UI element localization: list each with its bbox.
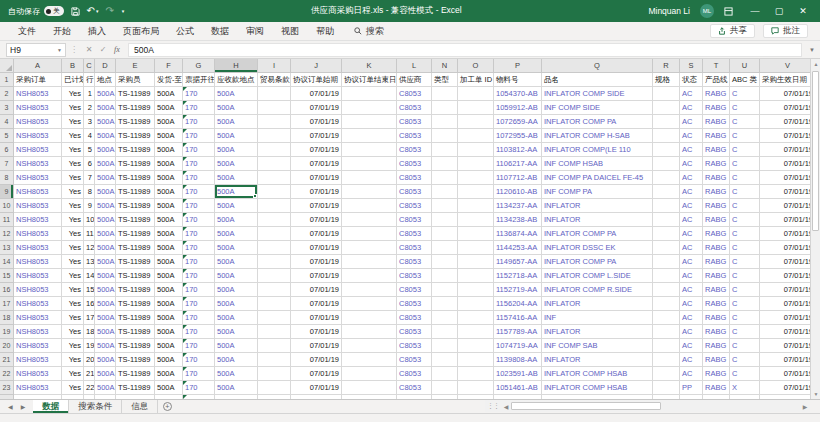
- cell-L20[interactable]: C8053: [397, 339, 432, 353]
- cell-R11[interactable]: [653, 213, 680, 227]
- cell-H15[interactable]: 500A: [215, 269, 258, 283]
- cell-K19[interactable]: [342, 325, 397, 339]
- cell-O16[interactable]: [458, 283, 494, 297]
- header-cell-L1[interactable]: 供应商: [397, 73, 432, 87]
- cell-H22[interactable]: 500A: [215, 367, 258, 381]
- cell-B2[interactable]: Yes: [62, 87, 84, 101]
- cell-Q19[interactable]: INFLATOR: [542, 325, 653, 339]
- cell-V2[interactable]: 07/01/19: [760, 87, 810, 101]
- cell-R2[interactable]: [653, 87, 680, 101]
- row-header-4[interactable]: 4: [0, 115, 14, 129]
- header-cell-U1[interactable]: ABC 类: [730, 73, 760, 87]
- cell-P14[interactable]: 1149657-AA: [494, 255, 542, 269]
- cell-H4[interactable]: 500A: [215, 115, 258, 129]
- cell-S21[interactable]: AC: [680, 353, 703, 367]
- redo-button[interactable]: ↷: [105, 6, 113, 16]
- cell-J11[interactable]: 07/01/19: [291, 213, 342, 227]
- cell-E9[interactable]: TS-11989: [116, 185, 155, 199]
- cell-T14[interactable]: RABG: [703, 255, 730, 269]
- column-header-S[interactable]: S: [680, 59, 703, 73]
- cell-E19[interactable]: TS-11989: [116, 325, 155, 339]
- cell-K15[interactable]: [342, 269, 397, 283]
- cell-Q20[interactable]: INF COMP SAB: [542, 339, 653, 353]
- cell-E4[interactable]: TS-11989: [116, 115, 155, 129]
- column-header-Q[interactable]: Q: [542, 59, 653, 73]
- column-header-A[interactable]: A: [14, 59, 62, 73]
- header-cell-T1[interactable]: 产品线: [703, 73, 730, 87]
- row-header-20[interactable]: 20: [0, 339, 14, 353]
- sheet-tab-search-criteria[interactable]: 搜索条件: [69, 400, 122, 413]
- cell-R12[interactable]: [653, 227, 680, 241]
- cell-V7[interactable]: 07/01/19: [760, 157, 810, 171]
- cell-A9[interactable]: NSH8053: [14, 185, 62, 199]
- cell-Q18[interactable]: INF: [542, 311, 653, 325]
- cell-F19[interactable]: 500A: [155, 325, 183, 339]
- cell-S14[interactable]: AC: [680, 255, 703, 269]
- cell-K18[interactable]: [342, 311, 397, 325]
- menu-tab-file[interactable]: 文件: [18, 25, 36, 38]
- header-cell-O1[interactable]: 加工单 ID: [458, 73, 494, 87]
- header-cell-I1[interactable]: 贸易条款: [258, 73, 291, 87]
- cell-P15[interactable]: 1152718-AA: [494, 269, 542, 283]
- menu-tab-review[interactable]: 审阅: [246, 25, 264, 38]
- cell-A4[interactable]: NSH8053: [14, 115, 62, 129]
- column-header-C[interactable]: C: [84, 59, 95, 73]
- cell-E16[interactable]: TS-11989: [116, 283, 155, 297]
- cell-I12[interactable]: [258, 227, 291, 241]
- share-button[interactable]: 共享: [710, 24, 755, 38]
- cell-P7[interactable]: 1106217-AA: [494, 157, 542, 171]
- cell-D22[interactable]: 500A: [95, 367, 116, 381]
- cell-R9[interactable]: [653, 185, 680, 199]
- cell-C5[interactable]: 4: [84, 129, 95, 143]
- cell-U12[interactable]: C: [730, 227, 760, 241]
- cell-O12[interactable]: [458, 227, 494, 241]
- cell-F14[interactable]: 500A: [155, 255, 183, 269]
- cell-Q7[interactable]: INF COMP HSAB: [542, 157, 653, 171]
- scroll-up-icon[interactable]: ▲: [811, 59, 820, 69]
- cancel-entry-button[interactable]: ✕: [82, 45, 96, 54]
- cell-H10[interactable]: 500A: [215, 199, 258, 213]
- header-cell-A1[interactable]: 采购订单: [14, 73, 62, 87]
- cell-J17[interactable]: 07/01/19: [291, 297, 342, 311]
- row-header-3[interactable]: 3: [0, 101, 14, 115]
- cell-F23[interactable]: 500A: [155, 381, 183, 395]
- cell-L5[interactable]: C8053: [397, 129, 432, 143]
- cell-A21[interactable]: NSH8053: [14, 353, 62, 367]
- cell-D16[interactable]: 500A: [95, 283, 116, 297]
- cell-U7[interactable]: C: [730, 157, 760, 171]
- cell-P2[interactable]: 1054370-AB: [494, 87, 542, 101]
- cell-I9[interactable]: [258, 185, 291, 199]
- cell-J14[interactable]: 07/01/19: [291, 255, 342, 269]
- cell-R16[interactable]: [653, 283, 680, 297]
- cell-D20[interactable]: 500A: [95, 339, 116, 353]
- cell-J18[interactable]: 07/01/19: [291, 311, 342, 325]
- row-header-18[interactable]: 18: [0, 311, 14, 325]
- cell-P10[interactable]: 1134237-AA: [494, 199, 542, 213]
- cell-K17[interactable]: [342, 297, 397, 311]
- cell-H21[interactable]: 500A: [215, 353, 258, 367]
- row-header-16[interactable]: 16: [0, 283, 14, 297]
- header-cell-D1[interactable]: 地点: [95, 73, 116, 87]
- scroll-right-icon[interactable]: ▶: [800, 403, 810, 410]
- cell-A16[interactable]: NSH8053: [14, 283, 62, 297]
- undo-button[interactable]: ↶▾: [87, 6, 99, 16]
- cell-Q3[interactable]: INF COMP SIDE: [542, 101, 653, 115]
- cell-G23[interactable]: 170: [183, 381, 215, 395]
- cell-O17[interactable]: [458, 297, 494, 311]
- cell-U23[interactable]: X: [730, 381, 760, 395]
- header-cell-V1[interactable]: 采购生效日期: [760, 73, 810, 87]
- cell-V17[interactable]: 07/01/19: [760, 297, 810, 311]
- cell-C18[interactable]: 17: [84, 311, 95, 325]
- cell-A8[interactable]: NSH8053: [14, 171, 62, 185]
- cell-R21[interactable]: [653, 353, 680, 367]
- cell-R13[interactable]: [653, 241, 680, 255]
- cell-D13[interactable]: 500A: [95, 241, 116, 255]
- column-header-V[interactable]: V: [760, 59, 810, 73]
- cell-O20[interactable]: [458, 339, 494, 353]
- cell-H13[interactable]: 500A: [215, 241, 258, 255]
- cell-I22[interactable]: [258, 367, 291, 381]
- column-header-D[interactable]: D: [95, 59, 116, 73]
- expand-formula-bar-button[interactable]: ▼: [804, 47, 820, 53]
- cell-V13[interactable]: 07/01/19: [760, 241, 810, 255]
- cell-B20[interactable]: Yes: [62, 339, 84, 353]
